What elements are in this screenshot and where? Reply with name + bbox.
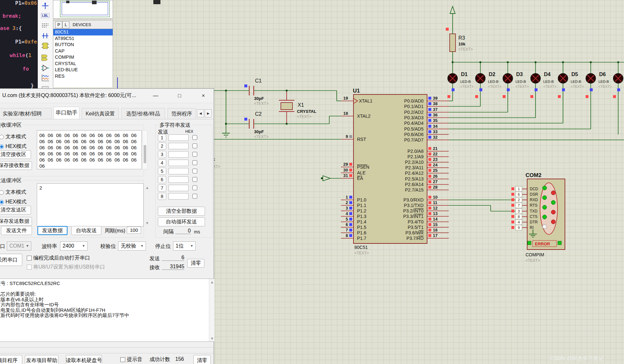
- save-send-button[interactable]: 保存发送数据: [0, 217, 32, 226]
- devices-list[interactable]: 80C51AT89C51BUTTONCAPCOMPIMCRYSTALLED-BL…: [53, 29, 113, 87]
- send-scroll-down-icon[interactable]: ▼: [145, 221, 149, 225]
- multi-send-row-button[interactable]: 1: [158, 134, 166, 141]
- multi-send-row-input[interactable]: [169, 151, 189, 158]
- beep-checkbox[interactable]: [120, 357, 125, 362]
- send-buffer-area[interactable]: 2: [37, 183, 144, 227]
- window-titlebar[interactable]: U.com (技术支持QQ:800003751) 本软件定价: 6000元(可.…: [0, 89, 214, 103]
- clear-receive-button[interactable]: 清空接收区: [0, 150, 31, 159]
- multi-send-row-hex-checkbox[interactable]: [192, 194, 197, 199]
- r3-body[interactable]: [450, 34, 455, 52]
- multi-send-row-hex-checkbox[interactable]: [192, 177, 197, 182]
- multi-send-row-hex-checkbox[interactable]: [192, 160, 197, 165]
- publish-help-button[interactable]: 发布项目帮助: [25, 355, 58, 364]
- schematic-preview[interactable]: [53, 0, 113, 19]
- device-list-item[interactable]: AT89C51: [53, 35, 113, 42]
- clear-success-button[interactable]: 清零: [193, 355, 211, 364]
- device-list-item[interactable]: CRYSTAL: [53, 61, 113, 67]
- multi-send-row-input[interactable]: [169, 134, 189, 141]
- multi-send-row-button[interactable]: 5: [158, 168, 166, 175]
- auto-open-checkbox[interactable]: [27, 256, 32, 261]
- device-list-item[interactable]: RES: [53, 73, 113, 80]
- multi-send-row-input[interactable]: [169, 193, 189, 200]
- chip-info-box[interactable]: 型号 : STC89C52RC/LE52RC此芯片的重要说明:本版本在v6.6及…: [0, 279, 214, 342]
- multi-send-row-input[interactable]: [169, 185, 189, 191]
- device-list-item[interactable]: BUTTON: [53, 42, 113, 48]
- multi-send-row-hex-checkbox[interactable]: [192, 169, 197, 173]
- info-scrollbar[interactable]: ▲ ▼: [209, 279, 214, 341]
- multi-send-row-button[interactable]: 3: [158, 151, 166, 158]
- send-text-mode-label[interactable]: 文本模式: [5, 189, 26, 196]
- tab-examples[interactable]: 范例程序: [168, 108, 196, 119]
- clear-all-data-button[interactable]: 清空全部数据: [158, 207, 205, 216]
- library-button[interactable]: L: [62, 21, 69, 28]
- info-scroll-up-icon[interactable]: ▲: [210, 280, 214, 284]
- auto-loop-send-button[interactable]: 自动循环发送: [158, 217, 205, 226]
- device-list-item[interactable]: CAP: [53, 48, 113, 54]
- tab-scroll-left-icon[interactable]: ◀: [197, 109, 204, 117]
- recv-text-mode-label[interactable]: 文本模式: [5, 133, 26, 140]
- receive-scrollbar-thumb[interactable]: [144, 145, 146, 163]
- beep-label[interactable]: 提示音: [127, 356, 142, 363]
- port-combo[interactable]: COM1▼: [7, 241, 31, 251]
- info-scroll-down-icon[interactable]: ▼: [210, 336, 214, 341]
- clear-send-button[interactable]: 清空发送区: [0, 206, 31, 214]
- read-disk-id-button[interactable]: 读取本机硬盘号: [66, 355, 102, 364]
- receive-hex-line: 06 06 06 06 06 06 06 06 06 06 06 06: [39, 157, 141, 163]
- multi-send-row-hex-checkbox[interactable]: [192, 152, 197, 157]
- multi-send-row-button[interactable]: 6: [158, 176, 166, 183]
- save-receive-button[interactable]: 保存接收数据: [0, 161, 32, 170]
- send-file-button[interactable]: 发送文件: [1, 226, 32, 235]
- usb-setting-checkbox[interactable]: [27, 265, 32, 270]
- multi-send-row-hex-checkbox[interactable]: [192, 143, 197, 148]
- clear-counters-button[interactable]: 清零: [187, 259, 204, 268]
- auto-open-label[interactable]: 编程完成后自动打开串口: [33, 255, 90, 261]
- tab-lab-materials[interactable]: 实验室/教材/招聘: [0, 108, 52, 119]
- gate-tool-icon[interactable]: [40, 64, 50, 73]
- pick-devices-button[interactable]: P: [55, 21, 62, 28]
- multi-send-row-hex-checkbox[interactable]: [192, 135, 197, 140]
- multi-send-row-input[interactable]: [169, 160, 189, 166]
- tab-keil-settings[interactable]: Keil仿真设置: [82, 108, 119, 119]
- code-editor[interactable]: P1=0x06break;ase 3:{P1=0xfewhile(1fo}: [0, 0, 38, 88]
- baud-combo[interactable]: 2400▼: [60, 241, 87, 251]
- tab-serial-assistant[interactable]: 串口助手: [54, 107, 79, 119]
- receive-buffer-area[interactable]: 06 06 06 06 06 06 06 06 06 06 06 0606 06…: [37, 130, 142, 169]
- maximize-button[interactable]: □: [172, 89, 187, 103]
- multi-send-row-input[interactable]: [169, 143, 189, 149]
- send-data-button[interactable]: 发送数据: [37, 226, 67, 235]
- multi-send-row-button[interactable]: 4: [158, 159, 166, 166]
- period-input[interactable]: 100: [127, 227, 141, 234]
- bus-tool-icon[interactable]: [40, 31, 50, 40]
- send-scroll-up-icon[interactable]: ▲: [145, 185, 149, 190]
- receive-scrollbar[interactable]: [142, 130, 148, 169]
- multi-send-row-input[interactable]: [169, 168, 189, 174]
- script-tool-icon[interactable]: [40, 21, 50, 30]
- multi-send-row-hex-checkbox[interactable]: [192, 185, 197, 190]
- minimize-button[interactable]: —: [148, 89, 163, 103]
- send-hex-mode-label[interactable]: HEX模式: [5, 199, 26, 205]
- tab-scroll-right-icon[interactable]: ▶: [205, 109, 212, 117]
- terminal-tool-icon[interactable]: [40, 53, 50, 62]
- device-list-item[interactable]: COMPIM: [53, 54, 113, 61]
- close-port-button[interactable]: 关闭串口: [0, 254, 22, 266]
- device-list-item[interactable]: LED-BLUE: [53, 67, 113, 73]
- label-tool-icon[interactable]: LBL: [40, 11, 50, 20]
- project-program-button[interactable]: 项目程序: [0, 355, 22, 364]
- graph-tool-icon[interactable]: [40, 74, 50, 83]
- interval-input[interactable]: 0: [175, 228, 191, 234]
- recv-hex-mode-label[interactable]: HEX模式: [5, 143, 26, 150]
- multi-send-row-button[interactable]: 2: [158, 143, 166, 150]
- multi-send-row-button[interactable]: 8: [158, 193, 166, 200]
- stopbit-combo[interactable]: 1位▼: [173, 241, 196, 251]
- close-button[interactable]: ×: [196, 89, 210, 103]
- auto-send-button[interactable]: 自动发送: [71, 226, 101, 235]
- component-tool-icon[interactable]: [40, 41, 50, 50]
- junction-tool-icon[interactable]: [40, 1, 50, 10]
- multi-send-row-input[interactable]: [169, 176, 189, 183]
- multi-send-row-button[interactable]: 7: [158, 184, 166, 192]
- device-list-item[interactable]: 80C51: [53, 29, 113, 35]
- usb-setting-label[interactable]: 将U8/U7设置为标准USB转串口: [33, 264, 105, 271]
- x1-body[interactable]: [281, 103, 292, 110]
- tab-selection-price[interactable]: 选型/价格/样品: [121, 108, 165, 119]
- parity-combo[interactable]: 无校验▼: [118, 241, 146, 251]
